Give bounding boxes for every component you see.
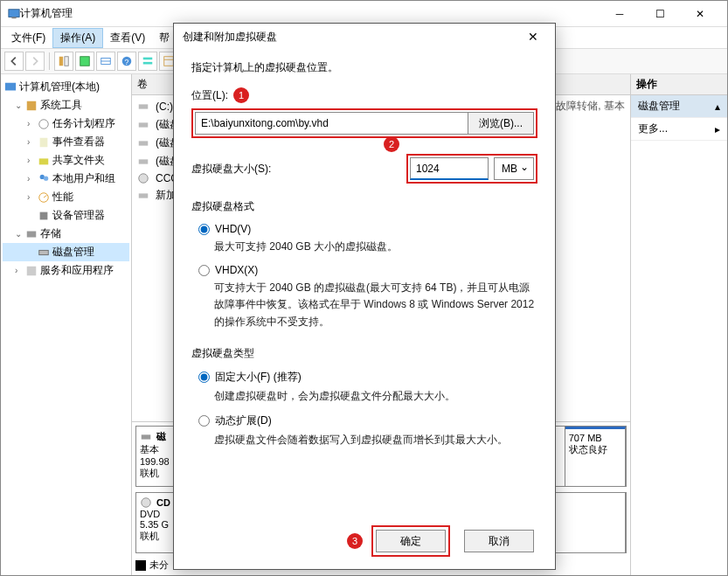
radio-vhd[interactable]: VHD(V): [198, 223, 537, 235]
location-input[interactable]: [195, 112, 468, 135]
svg-rect-1: [11, 17, 16, 18]
menu-action[interactable]: 操作(A): [52, 28, 103, 48]
type-title: 虚拟硬盘类型: [191, 346, 537, 361]
svg-line-21: [44, 195, 47, 198]
annotation-highlight-2: MB: [406, 154, 537, 184]
fixed-desc: 创建虚拟硬盘时，会为虚拟硬盘文件分配最大大小。: [214, 388, 537, 405]
annotation-badge-2: 2: [384, 136, 399, 152]
svg-rect-22: [40, 212, 48, 219]
location-label: 位置(L):: [191, 88, 228, 103]
menu-view[interactable]: 查看(V): [103, 29, 152, 47]
back-button[interactable]: [4, 52, 24, 71]
vhdx-desc: 可支持大于 2040 GB 的虚拟磁盘(最大可支持 64 TB)，并且可从电源故…: [214, 280, 537, 330]
svg-rect-24: [39, 250, 49, 254]
tree-shared[interactable]: ›共享文件夹: [3, 151, 129, 170]
dialog-intro: 指定计算机上的虚拟硬盘位置。: [191, 60, 537, 75]
location-field: 位置(L): 1 浏览(B)...: [191, 87, 537, 138]
tool-btn-1[interactable]: [54, 52, 73, 71]
action-diskmgmt[interactable]: 磁盘管理▴: [631, 95, 727, 118]
window-title: 计算机管理: [20, 6, 600, 21]
svg-point-30: [139, 174, 149, 184]
svg-rect-28: [139, 141, 149, 145]
tree-users[interactable]: ›本地用户和组: [3, 170, 129, 188]
svg-point-15: [39, 119, 49, 128]
svg-rect-16: [40, 137, 48, 147]
svg-point-19: [44, 176, 48, 180]
annotation-badge-1: 1: [233, 87, 249, 103]
format-group: 虚拟硬盘格式 VHD(V) 最大可支持 2040 GB 大小的虚拟磁盘。 VHD…: [191, 199, 537, 330]
help-button[interactable]: ?: [117, 52, 136, 71]
menu-file[interactable]: 文件(F): [4, 29, 52, 47]
svg-rect-32: [142, 434, 151, 439]
annotation-badge-3: 3: [347, 533, 363, 549]
svg-rect-3: [65, 57, 68, 66]
tree-event[interactable]: ›事件查看器: [3, 133, 129, 151]
svg-rect-2: [59, 57, 63, 66]
create-vhd-dialog: 创建和附加虚拟硬盘 ✕ 指定计算机上的虚拟硬盘位置。 位置(L): 1 浏览(B…: [173, 23, 556, 570]
size-input[interactable]: [410, 157, 489, 180]
size-label: 虚拟硬盘大小(S):: [191, 162, 271, 177]
close-button[interactable]: ✕: [680, 1, 720, 27]
ok-button[interactable]: 确定: [376, 530, 446, 552]
tree-storage[interactable]: ⌄存储: [3, 225, 129, 243]
dialog-body: 指定计算机上的虚拟硬盘位置。 位置(L): 1 浏览(B)... 虚拟硬盘大小(…: [174, 50, 555, 468]
svg-rect-0: [9, 9, 19, 17]
dialog-buttons: 3 确定 取消: [174, 525, 555, 557]
radio-vhdx[interactable]: VHDX(X): [198, 264, 537, 276]
format-title: 虚拟硬盘格式: [191, 199, 537, 214]
radio-dynamic-input[interactable]: [198, 415, 210, 427]
tree-task[interactable]: ›任务计划程序: [3, 115, 129, 133]
cancel-button[interactable]: 取消: [464, 530, 534, 552]
svg-rect-17: [39, 158, 49, 164]
svg-point-33: [142, 498, 151, 508]
svg-rect-29: [139, 159, 149, 163]
tool-btn-3[interactable]: [96, 52, 115, 71]
radio-vhdx-input[interactable]: [198, 265, 210, 276]
minimize-button[interactable]: ─: [600, 1, 640, 27]
dynamic-desc: 虚拟硬盘文件会随着数据写入到虚拟硬盘而增长到其最大大小。: [214, 432, 537, 448]
actions-panel: 操作 磁盘管理▴ 更多...▸: [631, 74, 727, 575]
svg-rect-10: [143, 62, 153, 65]
svg-rect-27: [139, 122, 149, 127]
svg-rect-13: [5, 82, 16, 90]
forward-button[interactable]: [25, 52, 45, 71]
svg-rect-31: [139, 193, 149, 198]
radio-vhd-input[interactable]: [198, 224, 210, 235]
dialog-close-button[interactable]: ✕: [520, 26, 546, 47]
chevron-right-icon: ▸: [715, 123, 720, 135]
tree-panel: 计算机管理(本地) ⌄系统工具 ›任务计划程序 ›事件查看器 ›共享文件夹 ›本…: [1, 74, 132, 575]
dialog-titlebar: 创建和附加虚拟硬盘 ✕: [174, 24, 555, 50]
tree-perf[interactable]: ›性能: [3, 188, 129, 206]
tree-services[interactable]: ›服务和应用程序: [3, 261, 129, 280]
radio-fixed-input[interactable]: [198, 371, 210, 383]
browse-button[interactable]: 浏览(B)...: [468, 112, 534, 135]
dialog-title: 创建和附加虚拟硬盘: [183, 30, 520, 45]
tree-root[interactable]: 计算机管理(本地): [3, 78, 129, 96]
svg-rect-26: [139, 104, 149, 108]
tree-devmgr[interactable]: 设备管理器: [3, 206, 129, 225]
radio-dynamic[interactable]: 动态扩展(D): [198, 413, 537, 428]
tree-systools[interactable]: ⌄系统工具: [3, 96, 129, 115]
actions-header: 操作: [631, 74, 727, 95]
size-field: 虚拟硬盘大小(S): 2 MB: [191, 154, 537, 184]
tree-diskmgmt[interactable]: 磁盘管理: [3, 243, 129, 261]
radio-fixed[interactable]: 固定大小(F) (推荐): [198, 370, 537, 385]
svg-rect-23: [27, 231, 37, 237]
svg-rect-14: [27, 101, 37, 110]
app-icon: [8, 8, 20, 20]
svg-rect-11: [164, 57, 174, 66]
maximize-button[interactable]: ☐: [640, 1, 680, 27]
svg-rect-4: [80, 57, 90, 66]
svg-rect-9: [143, 58, 153, 60]
action-more[interactable]: 更多...▸: [631, 118, 727, 141]
window-controls: ─ ☐ ✕: [600, 1, 720, 27]
annotation-highlight-3: 确定: [371, 525, 450, 557]
unit-select[interactable]: MB: [494, 157, 534, 180]
annotation-highlight-1: 浏览(B)...: [191, 108, 537, 138]
svg-text:?: ?: [125, 58, 129, 66]
svg-rect-25: [27, 266, 37, 275]
chevron-up-icon: ▴: [715, 101, 720, 113]
tool-btn-2[interactable]: [75, 52, 94, 71]
tool-btn-5[interactable]: [138, 52, 157, 71]
type-group: 虚拟硬盘类型 固定大小(F) (推荐) 创建虚拟硬盘时，会为虚拟硬盘文件分配最大…: [191, 346, 537, 448]
